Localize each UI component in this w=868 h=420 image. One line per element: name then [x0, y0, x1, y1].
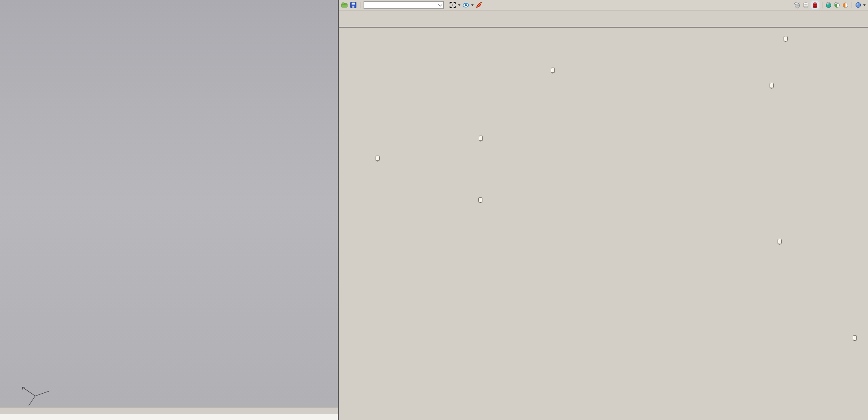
viewport-tab-bar	[0, 407, 338, 413]
preview-wireframe-icon[interactable]	[802, 2, 809, 8]
toolbar-separator	[822, 2, 822, 8]
desktop	[0, 0, 868, 420]
rhino-3d-viewport[interactable]	[0, 0, 338, 407]
viewport-background	[0, 0, 338, 407]
group-label	[478, 197, 482, 202]
group-label	[770, 83, 774, 88]
preview-shaded-icon[interactable]	[811, 1, 819, 9]
zoom-level-select[interactable]	[364, 1, 444, 9]
zoom-extents-icon[interactable]	[449, 2, 456, 8]
preview-eye-caret[interactable]	[471, 4, 474, 6]
canvas-background	[339, 10, 868, 420]
group-label	[479, 136, 483, 141]
quality-green-icon[interactable]	[834, 2, 840, 8]
quality-teal-icon[interactable]	[825, 2, 832, 8]
group-label	[853, 335, 857, 340]
toolbar-separator	[360, 2, 360, 8]
preview-sphere-icon[interactable]	[855, 2, 862, 8]
preview-off-icon[interactable]	[794, 2, 801, 8]
zoom-extents-caret[interactable]	[458, 4, 460, 6]
open-file-icon[interactable]	[341, 2, 348, 8]
save-icon[interactable]	[350, 2, 357, 8]
group-label	[784, 36, 788, 41]
toolbar-separator	[852, 2, 852, 8]
group-label	[376, 156, 380, 161]
quality-orange-icon[interactable]	[842, 2, 849, 8]
grasshopper-pane	[338, 0, 868, 420]
preview-eye-icon[interactable]	[462, 2, 469, 8]
rhino-viewport-pane	[0, 0, 338, 420]
grasshopper-toolbar	[339, 0, 868, 10]
preview-sphere-caret[interactable]	[863, 4, 866, 6]
grasshopper-canvas[interactable]	[339, 10, 868, 420]
group-label	[551, 68, 555, 73]
group-label	[778, 239, 782, 244]
osnap-toolbar	[0, 413, 338, 420]
redraw-paint-icon[interactable]	[476, 2, 482, 8]
chevron-down-icon	[438, 2, 442, 6]
